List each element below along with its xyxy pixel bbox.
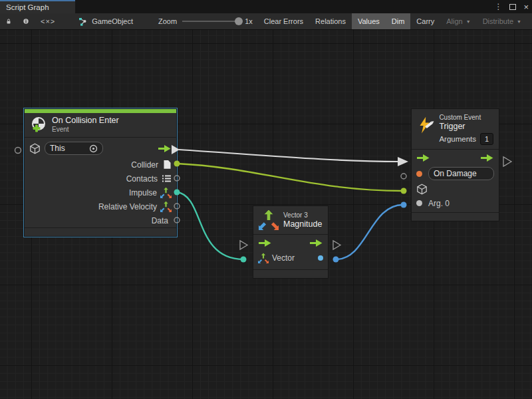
overview-button[interactable]: Overv xyxy=(527,13,532,29)
port-row-event-name: On Damage xyxy=(412,165,499,182)
zoom-slider[interactable] xyxy=(182,21,239,22)
arguments-row: Arguments 1 xyxy=(439,133,493,145)
node-title: On Collision Enter xyxy=(52,116,119,126)
custom-event-icon xyxy=(417,115,434,136)
tab-strip: Script Graph ⋮ × xyxy=(0,0,532,13)
carry-toggle[interactable]: Carry xyxy=(410,13,440,29)
node-on-collision-enter[interactable]: On Collision Enter Event This Collider xyxy=(24,108,177,237)
port-label: Data xyxy=(152,216,168,225)
window-menu-icon[interactable]: ⋮ xyxy=(494,2,502,11)
port-row-data[interactable]: Data xyxy=(25,213,176,227)
node-vector3-magnitude[interactable]: Vector 3 Magnitude Vector xyxy=(253,205,329,279)
flow-row xyxy=(253,235,328,251)
event-name-port[interactable] xyxy=(416,171,422,177)
result-port[interactable] xyxy=(318,255,323,261)
code-view-icon: <×> xyxy=(41,17,55,25)
code-view-button[interactable]: <×> xyxy=(35,13,61,29)
flow-out-arrow-icon[interactable] xyxy=(480,154,494,162)
event-name-value: On Damage xyxy=(434,169,477,178)
event-icon xyxy=(29,116,47,134)
dim-toggle[interactable]: Dim xyxy=(386,13,411,29)
node-footer xyxy=(253,269,328,278)
vector3-icon xyxy=(258,253,269,263)
node-subtitle: Event xyxy=(52,126,119,134)
gameobject-label: GameObject xyxy=(92,17,133,25)
flow-out-arrow-icon[interactable] xyxy=(158,144,172,153)
chevron-down-icon: ▼ xyxy=(466,19,471,24)
info-button[interactable] xyxy=(17,13,35,29)
node-title: Trigger xyxy=(439,122,493,132)
node-custom-event-trigger[interactable]: Custom Event Trigger Arguments 1 On Dama… xyxy=(411,108,499,221)
align-dropdown[interactable]: Align ▼ xyxy=(440,13,476,29)
port-row-collider[interactable]: Collider xyxy=(25,158,176,172)
zoom-slider-handle[interactable] xyxy=(235,17,243,25)
vector3-icon xyxy=(259,210,279,230)
graph-toolbar: <×> GameObject Zoom 1x Clear Errors Rela… xyxy=(0,13,532,30)
node-footer xyxy=(25,227,176,236)
zoom-value: 1x xyxy=(245,17,253,25)
close-icon[interactable]: × xyxy=(523,3,529,11)
align-label: Align xyxy=(446,17,462,25)
object-picker-icon[interactable] xyxy=(89,144,98,153)
port-row-relative-velocity[interactable]: Relative Velocity xyxy=(25,200,176,213)
node-category: Vector 3 xyxy=(283,211,322,219)
values-toggle[interactable]: Values xyxy=(352,13,386,29)
arg0-port xyxy=(416,200,422,206)
relations-button[interactable]: Relations xyxy=(309,13,352,29)
port-row-contacts[interactable]: Contacts xyxy=(25,172,176,186)
tab-script-graph[interactable]: Script Graph xyxy=(0,0,75,13)
node-category: Custom Event xyxy=(439,113,493,122)
arguments-field[interactable]: 1 xyxy=(480,133,493,145)
gameobject-icon xyxy=(78,17,88,26)
port-label: Vector xyxy=(272,253,295,263)
list-icon xyxy=(162,174,172,183)
flow-row xyxy=(412,150,499,165)
node-title: Magnitude xyxy=(283,219,322,229)
cube-icon xyxy=(416,184,428,195)
vector3-icon xyxy=(160,201,172,212)
zoom-control: Zoom 1x xyxy=(158,13,253,29)
event-name-field[interactable]: On Damage xyxy=(428,167,494,180)
flow-out-arrow-icon[interactable] xyxy=(309,239,323,247)
info-icon xyxy=(23,17,29,26)
port-row-impulse[interactable]: Impulse xyxy=(25,186,176,200)
port-row-arg0[interactable]: Arg. 0 xyxy=(412,196,499,210)
node-header: Vector 3 Magnitude xyxy=(253,206,328,235)
tab-script-graph-label: Script Graph xyxy=(6,3,49,11)
document-icon xyxy=(162,160,172,170)
port-row-vector[interactable]: Vector xyxy=(253,251,328,265)
cube-icon xyxy=(29,143,41,154)
gameobject-chip[interactable]: GameObject xyxy=(73,13,138,29)
window-controls: ⋮ × xyxy=(494,0,529,13)
distribute-label: Distribute xyxy=(483,17,513,25)
node-header: Custom Event Trigger Arguments 1 xyxy=(412,109,499,150)
flow-in-arrow-icon[interactable] xyxy=(258,239,272,247)
target-field[interactable]: This xyxy=(45,142,103,155)
lock-icon xyxy=(6,17,11,26)
flow-in-arrow-icon[interactable] xyxy=(416,154,430,162)
node-header: On Collision Enter Event xyxy=(25,113,176,138)
target-value: This xyxy=(50,144,65,153)
maximize-icon[interactable] xyxy=(509,4,516,10)
port-row-target[interactable] xyxy=(412,182,499,196)
port-label: Contacts xyxy=(126,174,158,184)
port-label: Relative Velocity xyxy=(98,202,157,211)
target-row: This xyxy=(25,139,176,158)
port-label: Impulse xyxy=(129,188,157,198)
zoom-label: Zoom xyxy=(158,17,177,25)
lock-button[interactable] xyxy=(0,13,17,29)
vector3-icon xyxy=(160,187,172,198)
distribute-dropdown[interactable]: Distribute ▼ xyxy=(477,13,527,29)
node-footer xyxy=(412,212,499,221)
chevron-down-icon: ▼ xyxy=(517,19,521,24)
port-label: Arg. 0 xyxy=(428,199,450,208)
arguments-label: Arguments xyxy=(439,135,476,143)
clear-errors-button[interactable]: Clear Errors xyxy=(258,13,309,29)
port-label: Collider xyxy=(131,160,158,170)
